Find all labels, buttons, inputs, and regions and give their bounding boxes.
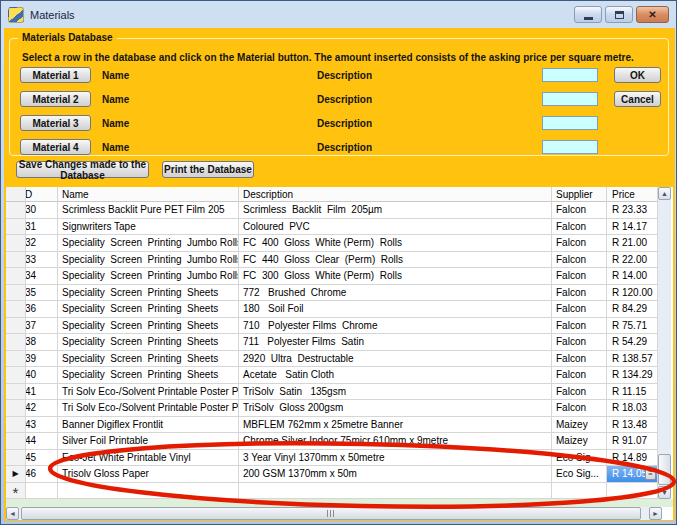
cell-name[interactable]: Speciality Screen Printing Jumbo Rolls [58, 235, 239, 252]
table-row[interactable]: 40Speciality Screen Printing SheetsAceta… [6, 367, 658, 384]
new-row-marker[interactable]: * [6, 483, 26, 500]
cell-supplier[interactable]: Falcon [552, 285, 607, 302]
cell-price[interactable]: R 54.29 [607, 334, 658, 351]
scroll-down-icon[interactable]: ▼ [658, 486, 671, 499]
cell-description[interactable]: MBFLEM 762mm x 25metre Banner [239, 417, 552, 434]
cell-name[interactable]: Speciality Screen Printing Sheets [58, 285, 239, 302]
scroll-right-icon[interactable]: ► [649, 507, 662, 520]
horizontal-scrollbar[interactable]: ◄ ► [6, 507, 662, 520]
cell-id[interactable]: 45 [26, 450, 58, 467]
cell-price[interactable]: R 14.00 [607, 268, 658, 285]
save-changes-button[interactable]: Save Changes made to the Database [16, 161, 149, 178]
cell-price[interactable]: R 84.29 [607, 301, 658, 318]
header-price[interactable]: Price [607, 187, 658, 202]
cell-id[interactable]: 44 [26, 433, 58, 450]
empty-cell[interactable] [552, 483, 607, 500]
row-header-cell[interactable] [6, 268, 26, 285]
cell-edit-button[interactable]: ≡ [645, 468, 656, 480]
cell-supplier[interactable]: Maizey [552, 417, 607, 434]
cell-id[interactable]: 43 [26, 417, 58, 434]
cell-description[interactable]: 772 Brushed Chrome [239, 285, 552, 302]
cell-description[interactable]: FC 440 Gloss Clear (Perm) Rolls [239, 252, 552, 269]
cell-id[interactable]: 32 [26, 235, 58, 252]
cell-name[interactable]: Tri Solv Eco-/Solvent Printable Poster P… [58, 384, 239, 401]
cell-name[interactable]: Speciality Screen Printing Jumbo Rolls [58, 268, 239, 285]
cell-supplier[interactable]: Falcon [552, 384, 607, 401]
horizontal-scrollbar-thumb[interactable] [21, 507, 641, 520]
row-selector-arrow[interactable]: ▶ [6, 466, 26, 483]
cell-id[interactable]: 38 [26, 334, 58, 351]
table-row[interactable]: 35Speciality Screen Printing Sheets772 B… [6, 285, 658, 302]
cell-price[interactable]: R 134.29 [607, 367, 658, 384]
header-description[interactable]: Description [239, 187, 552, 202]
vertical-scrollbar-thumb[interactable] [658, 454, 671, 485]
cell-id[interactable]: 33 [26, 252, 58, 269]
print-database-button[interactable]: Print the Database [162, 161, 254, 178]
cell-description[interactable]: 200 GSM 1370mm x 50m [239, 466, 552, 483]
row-header-cell[interactable] [6, 235, 26, 252]
material-4-button[interactable]: Material 4 [20, 139, 91, 155]
row-header-cell[interactable] [6, 301, 26, 318]
empty-cell[interactable] [239, 483, 552, 500]
close-button[interactable]: ✕ [636, 6, 669, 23]
table-row[interactable]: ▶46Trisolv Gloss Paper200 GSM 1370mm x 5… [6, 466, 658, 483]
row-header-cell[interactable] [6, 400, 26, 417]
cell-id[interactable]: 34 [26, 268, 58, 285]
cell-supplier[interactable]: Falcon [552, 219, 607, 236]
cell-name[interactable]: Speciality Screen Printing Jumbo Rolls [58, 252, 239, 269]
cell-name[interactable]: Trisolv Gloss Paper [58, 466, 239, 483]
row-header-cell[interactable] [6, 252, 26, 269]
row-header-cell[interactable] [6, 219, 26, 236]
cell-id[interactable]: 31 [26, 219, 58, 236]
maximize-button[interactable] [605, 6, 633, 23]
cell-description[interactable]: FC 400 Gloss White (Perm) Rolls [239, 235, 552, 252]
material-2-amount-field[interactable] [542, 92, 598, 106]
material-2-button[interactable]: Material 2 [20, 91, 91, 107]
material-3-amount-field[interactable] [542, 116, 598, 130]
cell-id[interactable]: 36 [26, 301, 58, 318]
cell-description[interactable]: 3 Year Vinyl 1370mm x 50metre [239, 450, 552, 467]
table-row[interactable]: 33Speciality Screen Printing Jumbo Rolls… [6, 252, 658, 269]
cell-name[interactable]: Speciality Screen Printing Sheets [58, 301, 239, 318]
table-row[interactable]: 31Signwriters TapeColoured PVCFalconR 14… [6, 219, 658, 236]
cell-name[interactable]: Banner Digiflex Frontlit [58, 417, 239, 434]
row-header-cell[interactable] [6, 417, 26, 434]
cell-supplier[interactable]: Eco Sig [552, 450, 607, 467]
cell-description[interactable]: Coloured PVC [239, 219, 552, 236]
cell-price[interactable]: R 13.48 [607, 417, 658, 434]
vertical-scrollbar[interactable]: ▲ ▼ [658, 187, 671, 499]
cell-name[interactable]: Tri Solv Eco-/Solvent Printable Poster P… [58, 400, 239, 417]
table-row[interactable]: 30Scrimless Backlit Pure PET Film 205Scr… [6, 202, 658, 219]
cell-supplier[interactable]: Falcon [552, 400, 607, 417]
cell-description[interactable]: FC 300 Gloss White (Perm) Rolls [239, 268, 552, 285]
cell-price[interactable]: R 14.89 [607, 450, 658, 467]
cell-name[interactable]: Scrimless Backlit Pure PET Film 205 [58, 202, 239, 219]
cell-price[interactable]: R 18.03 [607, 400, 658, 417]
cell-description[interactable]: Chrome Silver Indoor 75micr 610mm x 9met… [239, 433, 552, 450]
cell-id[interactable]: 30 [26, 202, 58, 219]
header-name[interactable]: Name [58, 187, 239, 202]
table-row[interactable]: 37Speciality Screen Printing Sheets710 P… [6, 318, 658, 335]
cell-price[interactable]: R 11.15 [607, 384, 658, 401]
cell-name[interactable]: Speciality Screen Printing Sheets [58, 318, 239, 335]
table-row[interactable]: 41Tri Solv Eco-/Solvent Printable Poster… [6, 384, 658, 401]
empty-cell[interactable] [58, 483, 239, 500]
cell-description[interactable]: 2920 Ultra Destructable [239, 351, 552, 368]
cell-description[interactable]: 180 Soil Foil [239, 301, 552, 318]
table-row[interactable]: 44Silver Foil PrintableChrome Silver Ind… [6, 433, 658, 450]
cell-supplier[interactable]: Falcon [552, 334, 607, 351]
cell-id[interactable]: 41 [26, 384, 58, 401]
scroll-up-icon[interactable]: ▲ [658, 187, 671, 200]
cell-supplier[interactable]: Falcon [552, 252, 607, 269]
material-1-button[interactable]: Material 1 [20, 67, 91, 83]
row-header-cell[interactable] [6, 351, 26, 368]
cell-id[interactable]: 39 [26, 351, 58, 368]
cell-name[interactable]: Speciality Screen Printing Sheets [58, 367, 239, 384]
cell-supplier[interactable]: Falcon [552, 268, 607, 285]
cell-id[interactable]: 46 [26, 466, 58, 483]
row-header-cell[interactable] [6, 433, 26, 450]
row-header-cell[interactable] [6, 367, 26, 384]
cell-description[interactable]: 711 Polyester Films Satin [239, 334, 552, 351]
table-row[interactable]: 45Eco-Jet White Printable Vinyl3 Year Vi… [6, 450, 658, 467]
row-header-cell[interactable] [6, 334, 26, 351]
